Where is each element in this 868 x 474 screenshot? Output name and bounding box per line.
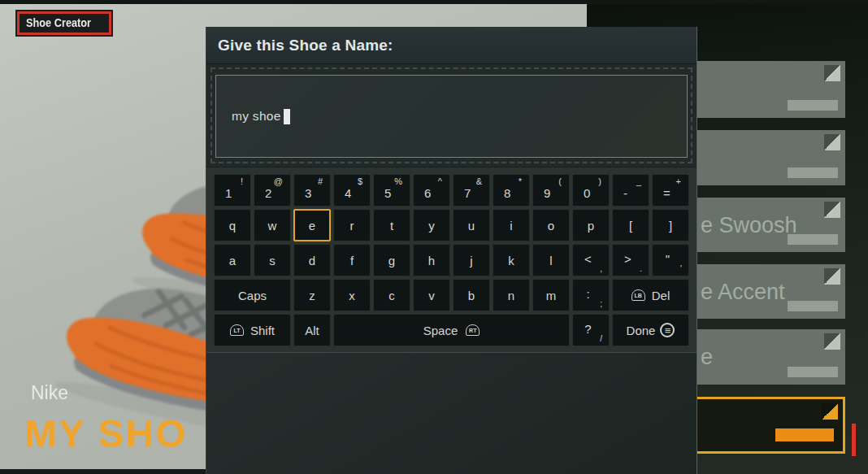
key-char: c [388, 289, 395, 302]
key-char: ] [669, 219, 672, 233]
key-caps[interactable]: Caps [214, 279, 291, 311]
key-char: 4 [345, 186, 351, 200]
key-2[interactable]: 2@ [254, 174, 291, 207]
key-char: 1 [225, 186, 232, 200]
key-s[interactable]: s [254, 244, 291, 276]
corner-fold-icon [824, 65, 840, 81]
key-9[interactable]: 9( [532, 174, 570, 207]
key-shift-char: ; [600, 299, 602, 308]
key-y[interactable]: y [413, 209, 450, 241]
key-g[interactable]: g [373, 244, 410, 276]
scrollbar-indicator[interactable] [852, 424, 856, 456]
key-char: 8 [504, 186, 510, 200]
key-shift-char: / [600, 334, 602, 343]
key-l[interactable]: l [532, 244, 570, 276]
key-shift-char: % [394, 176, 402, 186]
color-swatch-bar [788, 100, 838, 111]
key-1[interactable]: 1! [214, 174, 251, 207]
key-lbracket[interactable]: [ [612, 209, 649, 241]
keyboard-row: qwertyuiop[] [214, 209, 689, 241]
menu-item-e-accent[interactable]: e Accent [692, 264, 845, 319]
menu-item[interactable] [692, 397, 845, 454]
key-b[interactable]: b [453, 279, 490, 311]
key-shift-char: , [600, 264, 602, 273]
key-alt[interactable]: Alt [293, 314, 331, 346]
menu-item-label: e Accent [701, 279, 785, 304]
key-period[interactable]: >. [612, 244, 649, 276]
key-label: Caps [238, 289, 267, 302]
dialog-footer [206, 352, 697, 474]
key-char: 6 [424, 186, 431, 200]
keyboard-row: 1!2@3#4$5%6^7&8*9(0)-_=+ [214, 174, 689, 207]
lt-button-icon: LT [230, 324, 244, 336]
key-char: u [468, 219, 475, 233]
key-0[interactable]: 0) [572, 174, 610, 207]
key-f[interactable]: f [333, 244, 371, 276]
menu-item[interactable] [692, 130, 845, 185]
key-j[interactable]: j [453, 244, 490, 276]
key-z[interactable]: z [293, 279, 331, 311]
key-e[interactable]: e [293, 209, 331, 241]
key-char: m [546, 289, 557, 302]
key-char: 5 [384, 186, 391, 200]
key-r[interactable]: r [333, 209, 371, 241]
key-space[interactable]: SpaceRT [333, 314, 570, 346]
corner-fold-icon [822, 403, 838, 420]
key-u[interactable]: u [453, 209, 490, 241]
key-d[interactable]: d [293, 244, 331, 276]
key-quote[interactable]: "' [652, 244, 689, 276]
key-char: b [468, 289, 475, 302]
menu-item-e[interactable]: e [692, 329, 845, 385]
key-minus[interactable]: -_ [612, 174, 649, 207]
key-char: s [269, 254, 276, 267]
key-t[interactable]: t [373, 209, 410, 241]
key-n[interactable]: n [493, 279, 530, 311]
key-char: g [388, 254, 395, 267]
key-o[interactable]: o [532, 209, 570, 241]
key-done[interactable]: Done≡ [612, 314, 689, 346]
key-char: " [666, 252, 670, 266]
key-q[interactable]: q [214, 209, 251, 241]
menu-item[interactable] [692, 61, 845, 118]
key-equals[interactable]: =+ [652, 174, 689, 207]
shoe-name-input-value: my shoe [232, 109, 281, 124]
key-i[interactable]: i [493, 209, 530, 241]
key-shift-char: ! [241, 176, 243, 186]
key-label: Shift [250, 324, 275, 337]
key-shift-char: * [519, 176, 522, 186]
key-question[interactable]: ?/ [572, 314, 610, 346]
key-label: Alt [305, 324, 319, 337]
key-colon[interactable]: :; [572, 279, 610, 311]
key-shift-char: # [318, 176, 323, 186]
key-7[interactable]: 7& [453, 174, 490, 207]
key-char: 9 [544, 186, 550, 200]
key-a[interactable]: a [214, 244, 251, 276]
key-h[interactable]: h [413, 244, 450, 276]
key-w[interactable]: w [254, 209, 291, 241]
key-x[interactable]: x [333, 279, 371, 311]
key-5[interactable]: 5% [373, 174, 410, 207]
key-m[interactable]: m [532, 279, 570, 311]
key-k[interactable]: k [493, 244, 530, 276]
color-swatch-bar [788, 367, 838, 377]
key-3[interactable]: 3# [293, 174, 331, 207]
key-4[interactable]: 4$ [333, 174, 371, 207]
menu-item-label: e [701, 345, 713, 370]
key-del[interactable]: LBDel [612, 279, 689, 311]
key-c[interactable]: c [373, 279, 410, 311]
key-rbracket[interactable]: ] [652, 209, 689, 241]
key-shift-char: & [476, 176, 482, 186]
key-shift[interactable]: LTShift [214, 314, 291, 346]
key-char: y [428, 219, 435, 233]
shoe-creator-logo: Shoe Creator [17, 11, 111, 35]
menu-item-e-swoosh[interactable]: e Swoosh [692, 198, 845, 252]
key-char: v [428, 289, 435, 302]
key-8[interactable]: 8* [493, 174, 530, 207]
key-6[interactable]: 6^ [413, 174, 450, 207]
key-char: q [229, 219, 236, 233]
key-v[interactable]: v [413, 279, 450, 311]
key-char: : [586, 287, 589, 301]
key-p[interactable]: p [572, 209, 610, 241]
shoe-name-input[interactable]: my shoe [215, 75, 688, 158]
key-comma[interactable]: <, [572, 244, 610, 276]
